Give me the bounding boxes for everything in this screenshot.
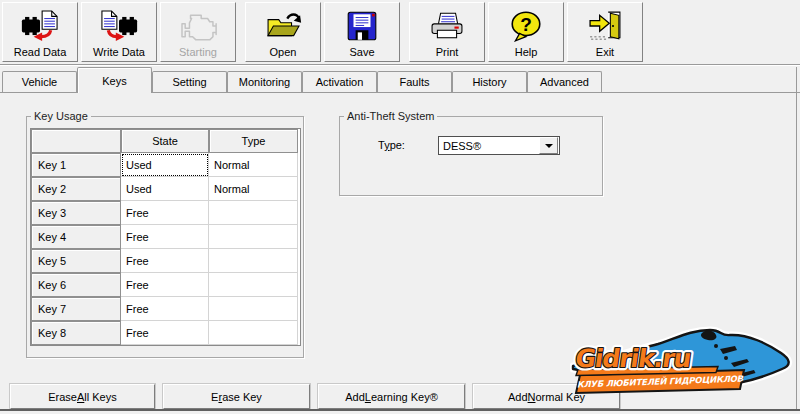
starting-button[interactable]: Starting	[160, 2, 236, 62]
tab-activation[interactable]: Activation	[302, 71, 377, 92]
cell-key6-state[interactable]: Free	[121, 273, 209, 297]
add-normal-pre: Add	[508, 391, 528, 403]
row-header-key5[interactable]: Key 5	[31, 249, 121, 273]
save-label: Save	[349, 46, 374, 58]
tab-strip: Vehicle Keys Setting Monitoring Activati…	[0, 66, 800, 93]
help-button[interactable]: ? Help	[488, 2, 564, 62]
help-label: Help	[515, 46, 538, 58]
starting-label: Starting	[179, 46, 217, 58]
row-header-key8[interactable]: Key 8	[31, 321, 121, 345]
write-data-label: Write Data	[93, 46, 145, 58]
row-header-key3[interactable]: Key 3	[31, 201, 121, 225]
cell-key4-type[interactable]	[209, 225, 298, 249]
tab-faults[interactable]: Faults	[377, 71, 452, 92]
key-usage-table: State Type Key 1 Used Normal Key 2 Used …	[30, 128, 301, 346]
open-button[interactable]: Open	[245, 2, 321, 62]
cell-key2-state[interactable]: Used	[121, 177, 209, 201]
logo-title: Gidrik.ru	[573, 344, 692, 373]
cell-key3-state[interactable]: Free	[121, 201, 209, 225]
cell-key5-state[interactable]: Free	[121, 249, 209, 273]
exit-label: Exit	[596, 46, 614, 58]
engine-icon	[178, 6, 218, 46]
erase-key-pre: E	[211, 391, 218, 403]
combobox-value: DESS®	[439, 140, 539, 152]
anti-theft-groupbox: Anti-Theft System Type: DESS®	[339, 110, 603, 196]
tab-faults-label: Faults	[400, 76, 430, 88]
type-label-post: pe:	[390, 139, 405, 151]
cell-key6-type[interactable]	[209, 273, 298, 297]
cell-key4-state[interactable]: Free	[121, 225, 209, 249]
tab-vehicle[interactable]: Vehicle	[2, 71, 77, 92]
tab-advanced-label: Advanced	[540, 76, 589, 88]
tab-advanced[interactable]: Advanced	[527, 71, 602, 92]
tab-monitoring-label: Monitoring	[239, 76, 290, 88]
question-mark-glyph: ?	[520, 14, 532, 35]
tab-vehicle-label: Vehicle	[22, 76, 57, 88]
anti-theft-title: Anti-Theft System	[344, 110, 437, 122]
tab-keys[interactable]: Keys	[77, 67, 152, 93]
tab-keys-label: Keys	[102, 75, 126, 87]
type-label: Type:	[378, 139, 405, 151]
combobox-dropdown-button[interactable]	[539, 137, 558, 154]
read-data-button[interactable]: Read Data	[2, 2, 78, 62]
chevron-down-icon	[545, 144, 553, 152]
row-header-key7[interactable]: Key 7	[31, 297, 121, 321]
column-header-state[interactable]: State	[121, 129, 209, 153]
row-header-key6[interactable]: Key 6	[31, 273, 121, 297]
tab-monitoring[interactable]: Monitoring	[227, 71, 302, 92]
cell-key1-type[interactable]: Normal	[209, 153, 298, 177]
key-usage-groupbox: Key Usage State Type Key 1 Used Normal K…	[26, 110, 304, 358]
add-normal-accel: N	[528, 391, 536, 403]
print-label: Print	[436, 46, 459, 58]
add-learning-key-button[interactable]: Add Learning Key®	[318, 384, 465, 409]
exit-button[interactable]: Exit	[567, 2, 643, 62]
erase-key-post: ase Key	[222, 391, 262, 403]
cell-key2-type[interactable]: Normal	[209, 177, 298, 201]
key-usage-title: Key Usage	[31, 110, 91, 122]
row-header-key1[interactable]: Key 1	[31, 153, 121, 177]
help-icon: ?	[508, 6, 544, 46]
erase-all-pre: Erase	[48, 391, 77, 403]
read-data-label: Read Data	[14, 46, 67, 58]
window-bottom-edge	[0, 409, 800, 411]
write-data-icon	[99, 6, 139, 46]
erase-all-post: ll Keys	[84, 391, 116, 403]
add-learning-pre: Add	[345, 391, 365, 403]
cell-key1-state[interactable]: Used	[121, 153, 209, 177]
read-data-icon	[20, 6, 60, 46]
tab-history-label: History	[472, 76, 506, 88]
cell-key7-type[interactable]	[209, 297, 298, 321]
toolbar: Read Data Write Data	[0, 0, 800, 65]
app-window: Read Data Write Data	[0, 0, 800, 414]
erase-key-button[interactable]: Erase Key	[163, 384, 310, 409]
gidrik-watermark-logo: Gidrik.ru Gidrik.ru КЛУБ ЛЮБИТЕЛЕЙ ГИДРО…	[570, 326, 798, 398]
corner-header-cell[interactable]	[31, 129, 121, 153]
save-button[interactable]: Save	[324, 2, 400, 62]
row-header-key2[interactable]: Key 2	[31, 177, 121, 201]
cell-key3-type[interactable]	[209, 201, 298, 225]
tab-setting-label: Setting	[172, 76, 206, 88]
print-button[interactable]: Print	[409, 2, 485, 62]
erase-all-keys-button[interactable]: Erase All Keys	[10, 384, 155, 409]
cell-key8-type[interactable]	[209, 321, 298, 345]
row-header-key4[interactable]: Key 4	[31, 225, 121, 249]
save-floppy-icon	[345, 6, 379, 46]
column-header-type[interactable]: Type	[209, 129, 298, 153]
erase-all-accel: A	[77, 391, 84, 403]
cell-key7-state[interactable]: Free	[121, 297, 209, 321]
add-learning-post: earning Key®	[371, 391, 438, 403]
cell-key5-type[interactable]	[209, 249, 298, 273]
write-data-button[interactable]: Write Data	[81, 2, 157, 62]
tab-activation-label: Activation	[316, 76, 364, 88]
open-label: Open	[270, 46, 297, 58]
cell-key8-state[interactable]: Free	[121, 321, 209, 345]
open-folder-icon	[264, 6, 302, 46]
tab-setting[interactable]: Setting	[152, 71, 227, 92]
exit-door-icon	[586, 6, 624, 46]
tab-history[interactable]: History	[452, 71, 527, 92]
printer-icon	[428, 6, 466, 46]
anti-theft-type-combobox[interactable]: DESS®	[438, 136, 560, 155]
